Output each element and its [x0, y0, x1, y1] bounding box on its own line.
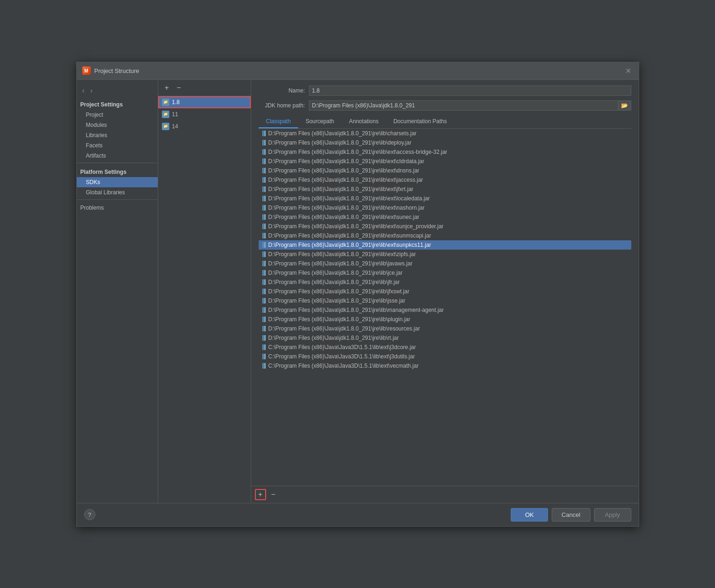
- tab-annotations[interactable]: Annotations: [341, 115, 386, 128]
- classpath-item[interactable]: D:\Program Files (x86)\Java\jdk1.8.0_291…: [259, 175, 631, 185]
- dialog-title: Project Structure: [94, 67, 140, 74]
- classpath-item-path: D:\Program Files (x86)\Java\jdk1.8.0_291…: [268, 167, 420, 174]
- jar-icon: [262, 344, 266, 350]
- tab-documentation[interactable]: Documentation Paths: [386, 115, 454, 128]
- jar-icon: [262, 242, 266, 248]
- classpath-item[interactable]: D:\Program Files (x86)\Java\jdk1.8.0_291…: [259, 129, 631, 138]
- sidebar-item-project[interactable]: Project: [77, 110, 158, 120]
- sdk-folder-icon-11: 📁: [162, 111, 169, 118]
- jar-icon: [262, 363, 266, 369]
- classpath-item[interactable]: D:\Program Files (x86)\Java\jdk1.8.0_291…: [259, 287, 631, 296]
- jdk-path-field-row: JDK home path: 📂: [259, 100, 631, 111]
- forward-button[interactable]: ›: [88, 86, 94, 96]
- classpath-item-path: D:\Program Files (x86)\Java\jdk1.8.0_291…: [268, 279, 400, 285]
- sidebar-item-sdks-label: SDKs: [86, 179, 100, 185]
- name-label: Name:: [259, 87, 305, 94]
- sdk-remove-button[interactable]: −: [174, 83, 184, 93]
- classpath-item[interactable]: D:\Program Files (x86)\Java\jdk1.8.0_291…: [259, 194, 631, 203]
- classpath-item-path: D:\Program Files (x86)\Java\jdk1.8.0_291…: [268, 307, 444, 313]
- classpath-item[interactable]: D:\Program Files (x86)\Java\jdk1.8.0_291…: [259, 185, 631, 194]
- classpath-item[interactable]: D:\Program Files (x86)\Java\jdk1.8.0_291…: [259, 240, 631, 250]
- sdk-item-label-14: 14: [172, 123, 178, 130]
- sdk-item-1.8[interactable]: 📁 1.8: [158, 96, 251, 108]
- sdk-add-button[interactable]: +: [162, 83, 172, 93]
- jar-icon: [262, 205, 266, 211]
- classpath-item[interactable]: D:\Program Files (x86)\Java\jdk1.8.0_291…: [259, 166, 631, 175]
- classpath-item[interactable]: D:\Program Files (x86)\Java\jdk1.8.0_291…: [259, 147, 631, 157]
- classpath-item[interactable]: C:\Program Files (x86)\Java\Java3D\1.5.1…: [259, 352, 631, 361]
- classpath-item[interactable]: D:\Program Files (x86)\Java\jdk1.8.0_291…: [259, 203, 631, 212]
- close-button[interactable]: ✕: [624, 66, 633, 75]
- content-area: + − 📁 1.8 📁 11 📁: [158, 80, 639, 503]
- sidebar-divider2: [77, 199, 158, 200]
- jar-icon: [262, 159, 266, 164]
- classpath-item[interactable]: D:\Program Files (x86)\Java\jdk1.8.0_291…: [259, 324, 631, 333]
- sdk-folder-icon-14: 📁: [162, 123, 169, 130]
- jar-icon: [262, 298, 266, 304]
- footer-right: OK Cancel Apply: [511, 508, 631, 522]
- classpath-item[interactable]: D:\Program Files (x86)\Java\jdk1.8.0_291…: [259, 315, 631, 324]
- sidebar-item-libraries[interactable]: Libraries: [77, 130, 158, 140]
- sidebar-item-global-libraries-label: Global Libraries: [86, 189, 125, 196]
- jdk-path-input-group: 📂: [309, 100, 631, 111]
- back-button[interactable]: ‹: [80, 86, 87, 96]
- tabs-row: Classpath Sourcepath Annotations Documen…: [259, 115, 631, 129]
- classpath-item-path: D:\Program Files (x86)\Java\jdk1.8.0_291…: [268, 205, 425, 211]
- sidebar-item-modules[interactable]: Modules: [77, 120, 158, 130]
- sidebar-item-artifacts[interactable]: Artifacts: [77, 151, 158, 161]
- tab-classpath[interactable]: Classpath: [259, 115, 298, 128]
- sdk-item-label-11: 11: [172, 111, 178, 118]
- sdk-item-14[interactable]: 📁 14: [158, 120, 251, 132]
- name-input[interactable]: [309, 86, 631, 96]
- sidebar-item-facets[interactable]: Facets: [77, 140, 158, 151]
- classpath-item-path: D:\Program Files (x86)\Java\jdk1.8.0_291…: [268, 149, 448, 155]
- help-button[interactable]: ?: [84, 509, 95, 520]
- title-bar-left: M Project Structure: [82, 66, 140, 75]
- classpath-item[interactable]: D:\Program Files (x86)\Java\jdk1.8.0_291…: [259, 250, 631, 259]
- sidebar-item-problems[interactable]: Problems: [77, 202, 158, 213]
- sidebar-item-artifacts-label: Artifacts: [86, 152, 106, 159]
- classpath-item-path: C:\Program Files (x86)\Java\Java3D\1.5.1…: [268, 353, 415, 360]
- ok-button[interactable]: OK: [511, 508, 548, 522]
- jar-icon: [262, 186, 266, 192]
- classpath-item[interactable]: C:\Program Files (x86)\Java\Java3D\1.5.1…: [259, 361, 631, 370]
- classpath-item[interactable]: C:\Program Files (x86)\Java\Java3D\1.5.1…: [259, 343, 631, 352]
- sidebar-item-global-libraries[interactable]: Global Libraries: [77, 187, 158, 198]
- jar-icon: [262, 279, 266, 285]
- classpath-item[interactable]: D:\Program Files (x86)\Java\jdk1.8.0_291…: [259, 212, 631, 222]
- cancel-button[interactable]: Cancel: [552, 508, 590, 522]
- classpath-item[interactable]: D:\Program Files (x86)\Java\jdk1.8.0_291…: [259, 296, 631, 305]
- footer-left: ?: [84, 509, 95, 520]
- classpath-item[interactable]: D:\Program Files (x86)\Java\jdk1.8.0_291…: [259, 157, 631, 166]
- sidebar-item-project-label: Project: [86, 112, 103, 118]
- classpath-item[interactable]: D:\Program Files (x86)\Java\jdk1.8.0_291…: [259, 268, 631, 277]
- jar-icon: [262, 326, 266, 331]
- tab-sourcepath[interactable]: Sourcepath: [298, 115, 341, 128]
- classpath-remove-button[interactable]: −: [268, 489, 279, 500]
- classpath-item[interactable]: D:\Program Files (x86)\Java\jdk1.8.0_291…: [259, 305, 631, 315]
- name-field-row: Name:: [259, 86, 631, 96]
- nav-actions: ‹ ›: [77, 84, 158, 99]
- classpath-item-path: D:\Program Files (x86)\Java\jdk1.8.0_291…: [268, 325, 420, 332]
- sdk-item-11[interactable]: 📁 11: [158, 108, 251, 120]
- classpath-item[interactable]: D:\Program Files (x86)\Java\jdk1.8.0_291…: [259, 138, 631, 147]
- sidebar-divider: [77, 163, 158, 163]
- classpath-add-button[interactable]: +: [255, 489, 266, 500]
- project-settings-label: Project Settings: [77, 99, 158, 110]
- sidebar-item-sdks[interactable]: SDKs: [77, 177, 158, 187]
- classpath-item[interactable]: D:\Program Files (x86)\Java\jdk1.8.0_291…: [259, 231, 631, 240]
- jdk-path-input[interactable]: [309, 100, 618, 111]
- classpath-item[interactable]: D:\Program Files (x86)\Java\jdk1.8.0_291…: [259, 277, 631, 287]
- browse-button[interactable]: 📂: [618, 100, 631, 111]
- jar-icon: [262, 168, 266, 173]
- jar-icon: [262, 289, 266, 294]
- sidebar: ‹ › Project Settings Project Modules Lib…: [77, 80, 158, 503]
- sidebar-item-libraries-label: Libraries: [86, 132, 107, 139]
- classpath-item-path: D:\Program Files (x86)\Java\jdk1.8.0_291…: [268, 186, 414, 192]
- classpath-item[interactable]: D:\Program Files (x86)\Java\jdk1.8.0_291…: [259, 222, 631, 231]
- jar-icon: [262, 307, 266, 313]
- classpath-item[interactable]: D:\Program Files (x86)\Java\jdk1.8.0_291…: [259, 259, 631, 268]
- classpath-item[interactable]: D:\Program Files (x86)\Java\jdk1.8.0_291…: [259, 333, 631, 343]
- jar-icon: [262, 131, 266, 136]
- apply-button[interactable]: Apply: [594, 508, 631, 522]
